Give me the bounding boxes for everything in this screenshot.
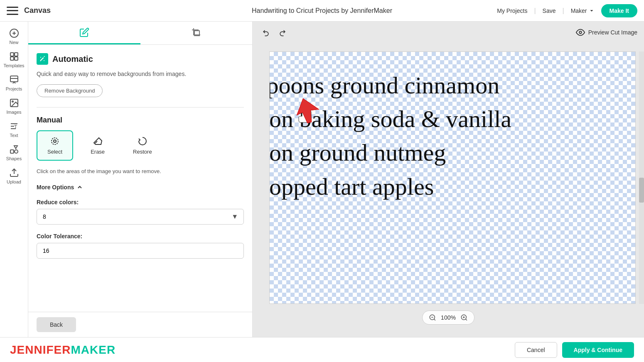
svg-point-19: [52, 138, 58, 144]
topbar: Canvas Handwriting to Cricut Projects by…: [0, 0, 644, 22]
undo-icon: [262, 28, 270, 37]
canvas-scrollbar-thumb[interactable]: [639, 178, 644, 203]
cursor-arrow-icon: [295, 93, 328, 135]
redo-button[interactable]: [276, 26, 289, 39]
sidebar-item-label-text: Text: [10, 133, 18, 138]
manual-section: Manual Select: [37, 116, 244, 259]
main-layout: New Templates Projects Images T: [0, 22, 644, 337]
canvas-text-line-2: oon baking soda & vanilla: [269, 102, 635, 136]
zoom-out-icon: [429, 314, 436, 321]
reduce-colors-label: Reduce colors:: [37, 199, 244, 205]
reduce-colors-select[interactable]: 8 4 16 32: [37, 209, 244, 225]
canvas-scrollbar[interactable]: [639, 51, 644, 304]
my-projects-link[interactable]: My Projects: [497, 7, 527, 14]
svg-point-18: [54, 140, 56, 142]
menu-button[interactable]: [7, 7, 18, 15]
canvas-text-line-3: oon ground nutmeg: [269, 136, 635, 169]
color-tolerance-label: Color Tolerance:: [37, 233, 244, 240]
side-panel: Automatic Quick and easy way to remove b…: [28, 22, 253, 337]
svg-line-26: [465, 319, 467, 320]
svg-point-16: [40, 57, 41, 58]
color-tolerance-input[interactable]: [37, 243, 244, 259]
canvas-viewport[interactable]: spoons ground cinnamon oon baking soda &…: [253, 43, 644, 337]
sidebar-item-images[interactable]: Images: [0, 95, 28, 118]
select-label: Select: [47, 149, 62, 155]
more-options-label: More Options: [37, 184, 74, 191]
panel-footer: Back: [28, 312, 252, 337]
remove-background-button[interactable]: Remove Background: [37, 84, 103, 97]
document-title: Handwriting to Cricut Projects by Jennif…: [252, 7, 392, 15]
erase-tool-button[interactable]: Erase: [80, 130, 116, 161]
sidebar-item-text[interactable]: T Text: [0, 118, 28, 141]
bottom-actions: Cancel Apply & Continue: [515, 342, 634, 358]
svg-marker-13: [14, 146, 17, 149]
svg-point-20: [579, 31, 582, 34]
make-it-button[interactable]: Make It: [601, 4, 637, 17]
cancel-button[interactable]: Cancel: [515, 342, 557, 358]
maker-selector[interactable]: Maker: [571, 7, 595, 14]
sidebar-item-upload[interactable]: Upload: [0, 164, 28, 188]
svg-point-12: [15, 150, 18, 153]
sidebar-item-shapes[interactable]: Shapes: [0, 141, 28, 164]
section-divider: [37, 107, 244, 108]
back-button[interactable]: Back: [37, 317, 76, 332]
chevron-down-icon: [589, 8, 595, 14]
sidebar-item-label-templates: Templates: [3, 63, 24, 68]
svg-text:T: T: [14, 124, 17, 130]
svg-rect-5: [10, 57, 14, 60]
auto-header: Automatic: [37, 53, 244, 65]
automatic-description: Quick and easy way to remove backgrounds…: [37, 70, 244, 78]
shapes-icon: [9, 144, 19, 154]
sidebar-item-new[interactable]: New: [0, 25, 28, 48]
canvas-text-line-1: spoons ground cinnamon: [269, 68, 635, 102]
sidebar-item-label-upload: Upload: [7, 179, 21, 184]
sidebar-item-label-projects: Projects: [6, 86, 22, 91]
save-link[interactable]: Save: [543, 7, 556, 14]
text-icon: T: [9, 121, 19, 131]
panel-content: Automatic Quick and easy way to remove b…: [28, 45, 252, 312]
erase-label: Erase: [91, 149, 105, 155]
panel-tabs: [28, 22, 252, 45]
canvas-toolbar: Preview Cut Image: [253, 22, 644, 43]
tab-edit[interactable]: [28, 22, 140, 44]
topbar-divider: |: [534, 7, 536, 15]
icon-sidebar: New Templates Projects Images T: [0, 22, 28, 337]
auto-icon: [37, 53, 48, 65]
logo-jennifer: JENNIFER: [10, 343, 71, 356]
more-options-toggle[interactable]: More Options: [37, 184, 244, 191]
svg-marker-21: [295, 95, 322, 125]
zoom-out-button[interactable]: [428, 313, 438, 323]
preview-cut-image-button[interactable]: Preview Cut Image: [576, 28, 637, 37]
tab-crop[interactable]: [140, 22, 253, 44]
automatic-section: Automatic Quick and easy way to remove b…: [37, 53, 244, 97]
app-logo: Canvas: [24, 6, 51, 15]
logo-maker: MAKER: [71, 343, 116, 356]
zoom-in-button[interactable]: [459, 313, 469, 323]
svg-point-17: [44, 60, 44, 61]
select-tool-button[interactable]: Select: [37, 130, 73, 161]
zoom-control: 100%: [422, 311, 474, 325]
svg-rect-6: [15, 57, 18, 60]
zoom-in-icon: [460, 314, 468, 321]
canvas-text-line-4: hopped tart apples: [269, 170, 635, 203]
svg-rect-11: [10, 150, 14, 153]
svg-rect-3: [10, 53, 14, 56]
cursor-indicator: [295, 93, 328, 137]
sidebar-item-templates[interactable]: Templates: [0, 48, 28, 71]
select-icon: [50, 136, 60, 146]
restore-label: Restore: [133, 149, 152, 155]
topbar-divider2: |: [562, 7, 564, 15]
erase-icon: [93, 136, 103, 146]
canvas-area: Preview Cut Image spoons ground cinnamon…: [253, 22, 644, 337]
restore-tool-button[interactable]: Restore: [122, 130, 163, 161]
svg-point-9: [12, 101, 13, 102]
magic-icon: [39, 56, 46, 62]
sidebar-item-label-images: Images: [6, 110, 21, 115]
undo-button[interactable]: [259, 26, 273, 39]
apply-continue-button[interactable]: Apply & Continue: [562, 342, 634, 358]
manual-hint: Click on the areas of the image you want…: [37, 167, 244, 176]
projects-icon: [9, 75, 19, 85]
sidebar-item-projects[interactable]: Projects: [0, 71, 28, 95]
canvas-checkerboard: spoons ground cinnamon oon baking soda &…: [269, 51, 636, 304]
restore-icon: [138, 136, 147, 146]
